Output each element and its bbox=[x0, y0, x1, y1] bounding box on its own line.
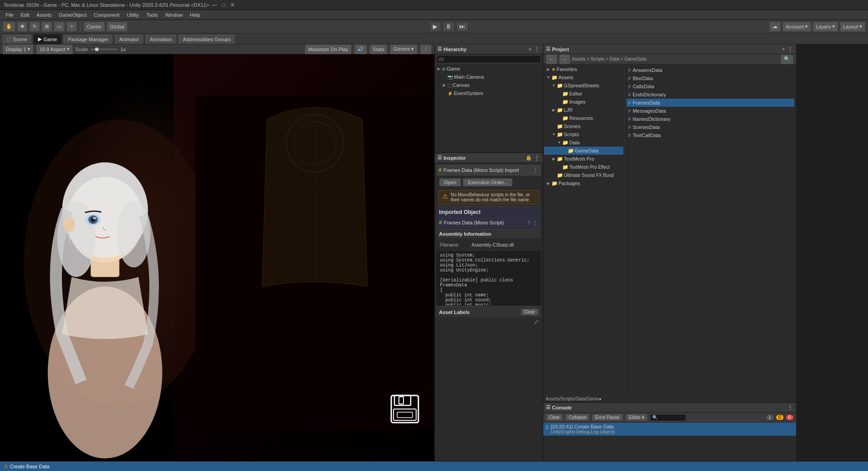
imported-help-icon[interactable]: ? bbox=[527, 220, 530, 225]
hierarchy-game-label: Game bbox=[447, 66, 460, 71]
menu-help[interactable]: Help bbox=[186, 11, 204, 19]
gizmos-button[interactable]: Gizmos ▾ bbox=[390, 44, 417, 54]
project-tree-editor[interactable]: 📁 Editor bbox=[544, 90, 623, 98]
minimize-button[interactable]: — bbox=[211, 1, 218, 9]
menu-component[interactable]: Component bbox=[90, 11, 123, 19]
project-forward-button[interactable]: → bbox=[559, 54, 570, 64]
file-framesdata[interactable]: # FramesData bbox=[626, 99, 794, 107]
folder-icon: 📁 bbox=[557, 107, 563, 113]
project-tree-assets[interactable]: ▼ 📁 Assets bbox=[544, 73, 623, 81]
project-tree-textmeshpro[interactable]: ▶ 📁 TextMesh Pro bbox=[544, 155, 623, 163]
file-messagesdata[interactable]: # MessagesData bbox=[626, 107, 794, 115]
hierarchy-item-canvas[interactable]: ▶ ⬚ Canvas bbox=[435, 81, 543, 89]
cloud-button[interactable]: ☁ bbox=[769, 22, 781, 32]
menu-utility[interactable]: Utility bbox=[123, 11, 142, 19]
hierarchy-add-button[interactable]: + bbox=[528, 46, 531, 52]
expand-arrows-icon[interactable]: ⤢ bbox=[534, 318, 539, 325]
pause-button[interactable]: ⏸ bbox=[443, 22, 455, 32]
stats-button[interactable]: Stats bbox=[370, 44, 387, 54]
hierarchy-item-eventsystem[interactable]: ⚡ EventSystem bbox=[435, 89, 543, 97]
inspector-more-icon[interactable]: ⋮ bbox=[534, 154, 540, 162]
clear-button[interactable]: Clear bbox=[521, 309, 538, 315]
project-tree-textmeshpro-effect[interactable]: 📁 TextMesh Pro Effect bbox=[544, 163, 623, 171]
error-pause-button[interactable]: Error Pause bbox=[592, 414, 622, 421]
menu-edit[interactable]: Edit bbox=[17, 11, 33, 19]
project-tree-ultimatesound[interactable]: 📁 Ultimate Sound FX Bund bbox=[544, 171, 623, 179]
project-tree-resources[interactable]: 📁 Resources bbox=[544, 114, 623, 122]
status-warning-icon: ⚠ bbox=[4, 463, 8, 469]
lock-icon[interactable]: 🔒 bbox=[526, 155, 532, 161]
layout-button[interactable]: Layout ▾ bbox=[840, 22, 865, 32]
svg-rect-21 bbox=[399, 397, 403, 404]
clear-console-button[interactable]: Clear bbox=[546, 414, 563, 421]
rotate-tool[interactable]: ↻ bbox=[29, 22, 40, 32]
pivot-button[interactable]: Center bbox=[84, 22, 105, 32]
scale-slider[interactable] bbox=[90, 48, 118, 50]
tab-addressables[interactable]: Addressables Groups bbox=[178, 34, 236, 44]
tab-scene[interactable]: ⬚ Scene bbox=[2, 34, 32, 44]
file-answersdata[interactable]: # AnswersData bbox=[626, 66, 794, 74]
tab-game[interactable]: ▶ Game bbox=[33, 34, 62, 44]
project-header: ☰ Project + ⋮ bbox=[543, 44, 796, 54]
hierarchy-search-input[interactable] bbox=[436, 55, 541, 63]
editor-dropdown-button[interactable]: Editor ▾ bbox=[626, 414, 647, 421]
console-search-input[interactable] bbox=[650, 414, 686, 421]
file-textcalldata[interactable]: # TextCallData bbox=[626, 131, 794, 139]
file-namesdictionary[interactable]: # NamesDictionary bbox=[626, 115, 794, 123]
close-button[interactable]: ✕ bbox=[229, 1, 236, 9]
hierarchy-item-game[interactable]: ▶ ⊙ Game bbox=[435, 65, 543, 73]
file-callsdata[interactable]: # CallsData bbox=[626, 82, 794, 90]
search-button[interactable]: 🔍 bbox=[781, 54, 793, 64]
file-endsdictionary[interactable]: # EndsDictionary bbox=[626, 90, 794, 99]
display-selector[interactable]: Display 1 ▾ bbox=[3, 44, 33, 54]
maximize-button[interactable]: □ bbox=[220, 1, 227, 9]
component-more-icon[interactable]: ⋮ bbox=[532, 167, 539, 174]
mute-audio-button[interactable]: 🔊 bbox=[354, 44, 367, 54]
hand-tool[interactable]: ✋ bbox=[3, 22, 15, 32]
scale-tool[interactable]: ⊠ bbox=[42, 22, 52, 32]
menu-tools[interactable]: Tools bbox=[142, 11, 161, 19]
play-button[interactable]: ▶ bbox=[429, 22, 441, 32]
execution-order-button[interactable]: Execution Order... bbox=[463, 178, 512, 186]
project-tree-gamedata[interactable]: 📁 GameData bbox=[544, 147, 623, 155]
menu-file[interactable]: File bbox=[2, 11, 17, 19]
step-button[interactable]: ⏭ bbox=[456, 22, 468, 32]
project-tree-data[interactable]: ▼ 📁 Data bbox=[544, 138, 623, 147]
account-button[interactable]: Account ▾ bbox=[783, 22, 811, 32]
rect-tool[interactable]: ▭ bbox=[54, 22, 65, 32]
file-scenesdata[interactable]: # ScenesData bbox=[626, 123, 794, 131]
aspect-selector[interactable]: 16:9 Aspect ▾ bbox=[36, 44, 73, 54]
game-view[interactable]: Display 1 ▾ 16:9 Aspect ▾ Scale 1x Maxim… bbox=[0, 44, 434, 461]
tab-animator[interactable]: Animator bbox=[114, 34, 144, 44]
project-tree-gspreadsheets[interactable]: ▼ 📁 GSpreadSheets bbox=[544, 81, 623, 90]
move-tool[interactable]: ✚ bbox=[17, 22, 28, 32]
project-add-button[interactable]: + bbox=[782, 46, 785, 52]
coords-button[interactable]: Global bbox=[107, 22, 128, 32]
project-tree-scenes[interactable]: 📁 Scenes bbox=[544, 122, 623, 130]
project-back-button[interactable]: ← bbox=[546, 54, 557, 64]
console-log-entry[interactable]: ℹ [20:20:41] Create Base Data UnityEngin… bbox=[543, 423, 796, 436]
project-tree-images[interactable]: 📁 Images bbox=[544, 98, 623, 106]
more-options-button[interactable]: ⋮ bbox=[420, 44, 432, 54]
tab-animation[interactable]: Animation bbox=[145, 34, 177, 44]
project-tree-packages[interactable]: ▶ 📁 Packages bbox=[544, 179, 623, 187]
layers-button[interactable]: Layers ▾ bbox=[813, 22, 838, 32]
script-icon: # bbox=[628, 124, 631, 130]
open-button[interactable]: Open bbox=[439, 178, 461, 186]
project-tree-ljr[interactable]: ▶ 📁 LJR bbox=[544, 106, 623, 114]
file-blocdata[interactable]: # BlocData bbox=[626, 74, 794, 82]
project-more-icon[interactable]: ⋮ bbox=[787, 46, 793, 53]
hierarchy-more-icon[interactable]: ⋮ bbox=[534, 46, 540, 53]
collapse-button[interactable]: Collapse bbox=[565, 414, 589, 421]
menu-window[interactable]: Window bbox=[161, 11, 186, 19]
maximize-on-play-button[interactable]: Maximize On Play bbox=[305, 44, 351, 54]
hierarchy-item-main-camera[interactable]: 📷 Main Camera bbox=[435, 73, 543, 81]
imported-more-icon[interactable]: ⋮ bbox=[532, 219, 538, 226]
menu-assets[interactable]: Assets bbox=[33, 11, 55, 19]
favorites-header[interactable]: ▶ ★ Favorites bbox=[544, 65, 623, 73]
console-more-icon[interactable]: ⋮ bbox=[787, 404, 793, 411]
tab-package-manager[interactable]: Package Manager bbox=[63, 34, 113, 44]
project-tree-scripts[interactable]: ▼ 📁 Scripts bbox=[544, 130, 623, 138]
menu-gameobject[interactable]: GameObject bbox=[55, 11, 90, 19]
transform-tool[interactable]: ⊹ bbox=[66, 22, 77, 32]
